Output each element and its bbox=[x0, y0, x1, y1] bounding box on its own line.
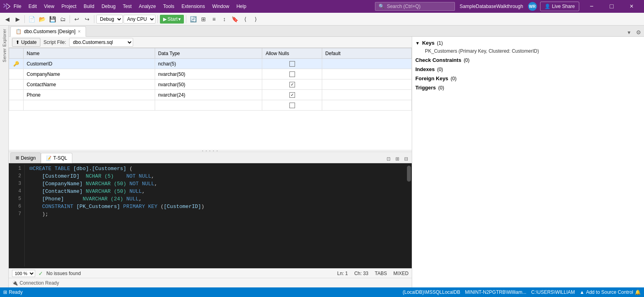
code-line[interactable]: [ContactName] NVARCHAR (50) NULL, bbox=[30, 188, 401, 195]
code-line[interactable]: ⊟CREATE TABLE [dbo].[Customers] ( bbox=[30, 165, 401, 172]
row-type-cell[interactable]: nvarchar(24) bbox=[155, 90, 262, 100]
toolbar-prev-btn[interactable]: ⟨ bbox=[240, 14, 250, 24]
toolbar-new-btn[interactable]: 📄 bbox=[27, 14, 36, 24]
row-type-cell[interactable]: nvarchar(50) bbox=[155, 79, 262, 90]
row-default-cell[interactable] bbox=[322, 90, 411, 100]
tab-close-button[interactable]: × bbox=[78, 29, 81, 34]
live-share-button[interactable]: 👤 Live Share bbox=[540, 2, 579, 11]
connection-icon: 🔌 bbox=[12, 280, 18, 286]
kw-segment: CONSTRAINT bbox=[42, 204, 76, 210]
server-explorer-panel[interactable]: Server Explorer bbox=[0, 26, 9, 287]
tab-design[interactable]: ⊞ Design bbox=[10, 152, 41, 163]
sql-editor[interactable]: 1234567 ⊟CREATE TABLE [dbo].[Customers] … bbox=[9, 163, 412, 268]
menu-build[interactable]: Build bbox=[80, 2, 98, 11]
row-default-cell[interactable] bbox=[322, 69, 411, 79]
table-row[interactable]: ContactNamenvarchar(50)✓ bbox=[9, 79, 412, 90]
toolbar-back-btn[interactable]: ◀ bbox=[2, 14, 12, 24]
sql-scrollbar-thumb[interactable] bbox=[407, 166, 411, 182]
table-row[interactable]: CompanyNamenvarchar(50) bbox=[9, 69, 412, 79]
toolbar-next-btn[interactable]: ⟩ bbox=[251, 14, 260, 24]
search-box[interactable]: 🔍 bbox=[375, 2, 455, 11]
toolbar-redo-btn[interactable]: ↪ bbox=[82, 14, 92, 24]
row-type-cell[interactable]: nchar(5) bbox=[155, 59, 262, 69]
row-default-cell[interactable] bbox=[322, 59, 411, 69]
toolbar-sort-btn[interactable]: ↕ bbox=[219, 14, 229, 24]
menu-help[interactable]: Help bbox=[233, 2, 249, 11]
row-indicator-cell bbox=[9, 90, 24, 100]
table-row[interactable]: Phonenvarchar(24)✓ bbox=[9, 90, 412, 100]
zoom-dropdown[interactable]: 100 % bbox=[12, 270, 35, 277]
menu-window[interactable]: Window bbox=[209, 2, 233, 11]
bottom-col-icon-2[interactable]: ⊞ bbox=[393, 155, 401, 163]
toolbar-save-all-btn[interactable]: 🗂 bbox=[58, 14, 68, 24]
bottom-col-icon-3[interactable]: ⊟ bbox=[402, 155, 410, 163]
bottom-col-icon-1[interactable]: ⊡ bbox=[385, 155, 393, 163]
row-type-cell[interactable]: nvarchar(50) bbox=[155, 69, 262, 79]
menu-file[interactable]: File bbox=[10, 2, 24, 11]
code-area[interactable]: ⊟CREATE TABLE [dbo].[Customers] ( [Custo… bbox=[25, 165, 406, 267]
restore-button[interactable]: □ bbox=[602, 0, 621, 13]
menu-tools[interactable]: Tools bbox=[160, 2, 177, 11]
menu-analyze[interactable]: Analyze bbox=[136, 2, 159, 11]
allow-nulls-checkbox[interactable]: ✓ bbox=[289, 82, 295, 87]
row-name-cell[interactable]: CompanyName bbox=[23, 69, 155, 79]
menu-project[interactable]: Project bbox=[58, 2, 80, 11]
update-button[interactable]: ⬆ Update bbox=[12, 38, 40, 47]
toolbar-filter-btn[interactable]: ≡ bbox=[209, 14, 219, 24]
close-button[interactable]: × bbox=[622, 0, 641, 13]
minimize-button[interactable]: − bbox=[582, 0, 601, 13]
row-name-cell[interactable]: ContactName bbox=[23, 79, 155, 90]
code-line[interactable]: CONSTRAINT [PK_Customers] PRIMARY KEY ([… bbox=[30, 203, 401, 210]
sql-scrollbar-track[interactable] bbox=[406, 165, 412, 267]
debug-config-dropdown[interactable]: Debug bbox=[96, 15, 123, 24]
empty-row-checkbox[interactable] bbox=[289, 103, 295, 108]
cpu-dropdown[interactable]: Any CPU bbox=[124, 15, 156, 24]
avatar: WR bbox=[528, 2, 537, 11]
row-nulls-cell[interactable] bbox=[262, 59, 322, 69]
toolbar-save-btn[interactable]: 💾 bbox=[48, 14, 57, 24]
code-line[interactable]: [CompanyName] NVARCHAR (50) NOT NULL, bbox=[30, 180, 401, 188]
allow-nulls-checkbox[interactable]: ✓ bbox=[289, 92, 295, 98]
row-name-cell[interactable]: Phone bbox=[23, 90, 155, 100]
collapse-segment: ⊟ bbox=[30, 166, 33, 172]
toolbar-undo-btn[interactable]: ↩ bbox=[72, 14, 82, 24]
keys-toggle-icon[interactable]: ▼ bbox=[415, 41, 420, 46]
row-nulls-cell[interactable]: ✓ bbox=[262, 90, 322, 100]
toolbar-forward-btn[interactable]: ▶ bbox=[13, 14, 22, 24]
menu-debug[interactable]: Debug bbox=[98, 2, 119, 11]
script-file-dropdown[interactable]: dbo.Customers.sql bbox=[69, 38, 133, 47]
row-nulls-cell[interactable]: ✓ bbox=[262, 79, 322, 90]
menu-extensions[interactable]: Extensions bbox=[178, 2, 208, 11]
tab-tsql[interactable]: 📝 T-SQL bbox=[41, 153, 72, 163]
code-line[interactable]: ); bbox=[30, 210, 401, 218]
tab-settings-icon[interactable]: ⚙ bbox=[634, 28, 642, 36]
row-default-cell[interactable] bbox=[322, 79, 411, 90]
toolbar-refresh-btn[interactable]: 🔄 bbox=[188, 14, 198, 24]
sql-scrollbar[interactable] bbox=[406, 165, 412, 267]
start-label: Start bbox=[167, 16, 177, 22]
tab-customers-design[interactable]: 📋 dbo.Customers [Design] × bbox=[10, 26, 86, 37]
toolbar-sep-2 bbox=[70, 15, 70, 23]
allow-nulls-checkbox[interactable] bbox=[289, 61, 295, 67]
table-row[interactable]: 🔑CustomerIDnchar(5) bbox=[9, 59, 412, 69]
code-line[interactable]: [Phone] NVARCHAR (24) NULL, bbox=[30, 195, 401, 203]
check-constraints-count: (0) bbox=[464, 57, 470, 63]
allow-nulls-checkbox[interactable] bbox=[289, 71, 295, 77]
toolbar-open-btn[interactable]: 📂 bbox=[37, 14, 47, 24]
source-control-item[interactable]: ▲ Add to Source Control 🔔 bbox=[580, 289, 641, 295]
row-name-cell[interactable]: CustomerID bbox=[23, 59, 155, 69]
row-nulls-cell[interactable] bbox=[262, 69, 322, 79]
menu-test[interactable]: Test bbox=[120, 2, 135, 11]
toolbar-layout-btn[interactable]: ⊞ bbox=[199, 14, 208, 24]
tab-dropdown-icon[interactable]: ▾ bbox=[625, 28, 633, 36]
toolbar-bookmark-btn[interactable]: 🔖 bbox=[230, 14, 239, 24]
plain-segment bbox=[123, 196, 126, 202]
search-input[interactable] bbox=[387, 4, 443, 9]
design-table: Name Data Type Allow Nulls Default 🔑Cust… bbox=[9, 48, 412, 111]
start-dropdown-icon[interactable]: ▾ bbox=[178, 16, 181, 22]
menu-edit[interactable]: Edit bbox=[25, 2, 40, 11]
code-line[interactable]: [CustomerID] NCHAR (5) NOT NULL, bbox=[30, 172, 401, 180]
menu-view[interactable]: View bbox=[41, 2, 58, 11]
start-button[interactable]: ▶ Start ▾ bbox=[160, 15, 184, 24]
col-header-indicator bbox=[9, 48, 24, 59]
